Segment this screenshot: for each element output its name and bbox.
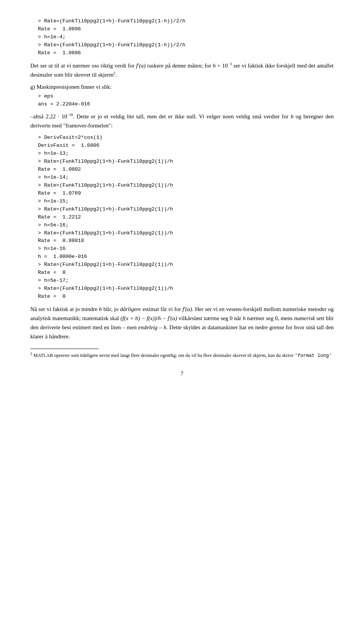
deriv-line-16: h = 1.0000e-016 xyxy=(38,253,334,261)
eps-line-2: ans = 2.2204e-016 xyxy=(38,101,334,108)
conclusion-numerisk: numerisk xyxy=(294,315,315,321)
conclusion-f-prime: f′(a). xyxy=(182,306,193,312)
conclusion-3: estimat får vi for xyxy=(143,306,181,312)
altsa-rest: . Dette er jo et veldig lite tall, men d… xyxy=(73,113,197,119)
deriv-line-17: > Rate=(FunkTil0ppg2(1+h)-FunkTil0ppg2(1… xyxy=(38,261,334,269)
code-line-5: Rate = 1.0806 xyxy=(38,49,334,57)
neg16-exp: −16 xyxy=(67,113,73,117)
conclusion-5: vilkårsløst nærme seg 0 når xyxy=(179,315,241,321)
altsa-text: –altså 2.22 · 10 xyxy=(30,113,67,119)
code-line-1: > Rate=(FunkTil0ppg2(1+h)-FunkTil0ppg2(1… xyxy=(38,17,334,25)
intro-paragraph: Det ser ut til at vi nærmer oss riktig v… xyxy=(30,61,334,79)
intro-rest: raskere på denne måten; for xyxy=(147,63,211,69)
footnote-text: MATLAB opererer som tideligere nevnt med… xyxy=(33,353,293,358)
page-num-text: 7 xyxy=(181,371,184,377)
footnote-code: 'format long' xyxy=(295,353,332,358)
deriv-line-5: Rate = 1.0802 xyxy=(38,166,334,174)
deriv-line-14: Rate = 0.88818 xyxy=(38,237,334,245)
framover-text: Vi velger noen veldig små verdier for xyxy=(199,113,288,119)
code-line-3: > h=1e-4; xyxy=(38,33,334,41)
h-var-2: h xyxy=(290,113,295,119)
code-line-4: > Rate=(FunkTil0ppg2(1+h)-FunkTil0ppg2(1… xyxy=(38,41,334,49)
deriv-line-10: > Rate=(FunkTil0ppg2(1+h)-FunkTil0ppg2(1… xyxy=(38,206,334,214)
conclusion-2: blir, jo xyxy=(104,306,119,312)
deriv-line-3: > h=1e-13; xyxy=(38,150,334,158)
conclusion-6: nærmer seg 0, mens xyxy=(247,315,293,321)
deriv-line-1: > DerivFasit=2*cos(1) xyxy=(38,134,334,142)
code-line-2: Rate = 1.0806 xyxy=(38,25,334,33)
deriv-line-12: > h=5e-16; xyxy=(38,222,334,229)
eps-line-1: > eps xyxy=(38,93,334,101)
conclusion-h: h xyxy=(99,306,104,312)
footnote-number: 2 xyxy=(30,352,32,356)
f-prime-a: f′(a) xyxy=(136,63,146,69)
footnote-2: 2 MATLAB opererer som tideligere nevnt m… xyxy=(30,352,334,360)
deriv-line-21: Rate = 0 xyxy=(38,293,334,301)
conclusion-darligere: dårligere xyxy=(120,306,141,312)
deriv-line-6: > h=1e-14; xyxy=(38,174,334,182)
top-code-block: > Rate=(FunkTil0ppg2(1+h)-FunkTil0ppg2(1… xyxy=(38,17,334,57)
conclusion-endeleig: endeleig xyxy=(138,324,158,330)
deriv-line-13: > Rate=(FunkTil0ppg2(1+h)-FunkTil0ppg2(1… xyxy=(38,229,334,237)
deriv-line-9: > h=1e-15; xyxy=(38,198,334,206)
deriv-line-11: Rate = 1.2212 xyxy=(38,214,334,222)
footnote-ref-2: 2 xyxy=(114,71,116,75)
deriv-line-19: > h=5e-17; xyxy=(38,277,334,285)
deriv-line-15: > h=1e-16 xyxy=(38,245,334,253)
deriv-code-block: > DerivFasit=2*cos(1) DerivFasit = 1.080… xyxy=(38,134,334,300)
conclusion-paragraph: Nå ser vi faktisk at jo mindre h blir, j… xyxy=(30,305,334,341)
deriv-line-20: > Rate=(FunkTil0ppg2(1+h)-FunkTil0ppg2(1… xyxy=(38,285,334,293)
section-g-label: g) Maskinpresisjonen finner vi slik: xyxy=(30,84,334,90)
deriv-line-7: > Rate=(FunkTil0ppg2(1+h)-FunkTil0ppg2(1… xyxy=(38,182,334,190)
conclusion-dash: – xyxy=(159,324,162,330)
neg3-exp: −3 xyxy=(228,62,232,66)
h-var: h xyxy=(213,63,216,69)
page-content: > Rate=(FunkTil0ppg2(1+h)-FunkTil0ppg2(1… xyxy=(30,17,334,377)
deriv-line-8: Rate = 1.0769 xyxy=(38,190,334,198)
footnote-divider xyxy=(30,349,99,349)
conclusion-1: Nå ser vi faktisk at jo mindre xyxy=(30,306,97,312)
conclusion-h2: h xyxy=(243,315,247,321)
eps-code-block: > eps ans = 2.2204e-016 xyxy=(38,93,334,108)
deriv-line-18: Rate = 0 xyxy=(38,269,334,277)
section-g-text: g) Maskinpresisjonen finner vi slik: xyxy=(30,84,111,90)
conclusion-h3: h. xyxy=(163,324,168,330)
altsa-paragraph: –altså 2.22 · 10−16. Dette er jo et veld… xyxy=(30,112,334,130)
deriv-line-2: DerivFasit = 1.0806 xyxy=(38,142,334,150)
conclusion-formula: (f(x + h) − f(x))/h − f′(a) xyxy=(121,315,179,321)
page-number: 7 xyxy=(30,371,334,377)
intro-text: Det ser ut til at vi nærmer oss riktig v… xyxy=(30,63,135,69)
deriv-line-4: > Rate=(FunkTil0ppg2(1+h)-FunkTil0ppg2(1… xyxy=(38,158,334,166)
